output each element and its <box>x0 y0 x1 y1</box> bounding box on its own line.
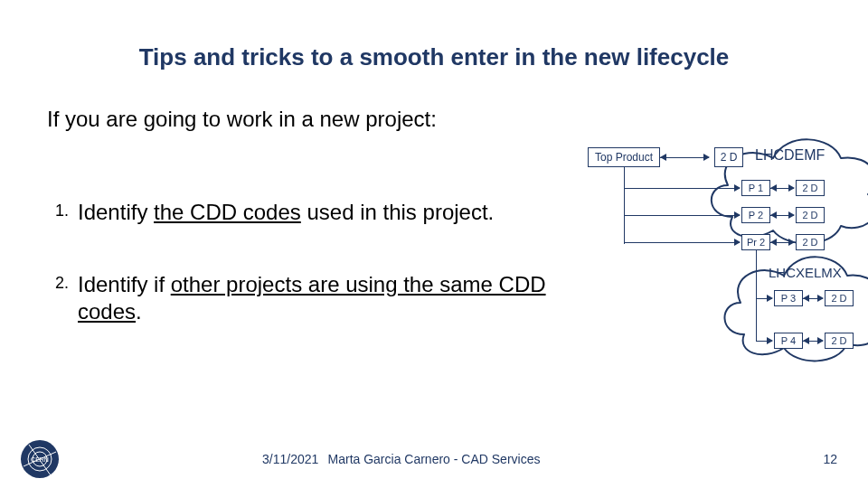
diagram: Top Product 2 D LHCDEMF P 1 2 D P 2 2 D … <box>579 140 859 393</box>
arrowhead-icon <box>803 337 809 344</box>
box-pr2: Pr 2 <box>741 234 770 250</box>
arrowhead-icon <box>734 184 741 192</box>
box-2d-p2: 2 D <box>796 207 825 223</box>
box-p2: P 2 <box>741 207 770 223</box>
arrowhead-icon <box>703 154 710 161</box>
arrowhead-icon <box>817 337 824 344</box>
arrowhead-icon <box>734 211 741 219</box>
arrowhead-icon <box>770 239 777 246</box>
text-pre: Identify <box>78 200 154 224</box>
box-2d-p4: 2 D <box>825 333 854 349</box>
slide: Tips and tricks to a smooth enter in the… <box>0 0 868 488</box>
arrowhead-icon <box>767 337 773 344</box>
text-pre: Identify if <box>78 272 171 296</box>
text-underline: the CDD codes <box>154 200 301 224</box>
label-lhcxelmx: LHCXELMX <box>769 265 842 280</box>
footer-page: 12 <box>823 452 837 466</box>
list-item: 1. Identify the CDD codes used in this p… <box>49 199 555 226</box>
list-item: 2. Identify if other projects are using … <box>49 271 555 325</box>
list-text: Identify the CDD codes used in this proj… <box>78 199 494 226</box>
footer-author: Marta Garcia Carnero - CAD Services <box>0 452 868 466</box>
arrowhead-icon <box>734 239 741 246</box>
step-list: 1. Identify the CDD codes used in this p… <box>49 199 555 371</box>
list-number: 1. <box>49 199 69 221</box>
label-lhcdemf: LHCDEMF <box>755 147 825 164</box>
list-text: Identify if other projects are using the… <box>78 271 555 325</box>
box-2d-p1: 2 D <box>796 180 825 196</box>
list-number: 2. <box>49 271 69 293</box>
connector <box>624 167 625 244</box>
intro-text: If you are going to work in a new projec… <box>47 107 437 132</box>
box-p1: P 1 <box>741 180 770 196</box>
box-p4: P 4 <box>774 333 803 349</box>
arrowhead-icon <box>788 239 795 246</box>
arrowhead-icon <box>788 211 795 219</box>
box-top-product: Top Product <box>588 147 660 167</box>
box-2d-top: 2 D <box>714 147 743 167</box>
box-2d-pr2: 2 D <box>796 234 825 250</box>
slide-title: Tips and tricks to a smooth enter in the… <box>0 43 868 71</box>
arrowhead-icon <box>803 295 809 302</box>
connector <box>624 215 740 216</box>
box-p3: P 3 <box>774 290 803 306</box>
text-post: used in this project. <box>301 200 494 224</box>
arrowhead-icon <box>770 184 777 192</box>
connector <box>756 250 757 341</box>
arrowhead-icon <box>817 295 824 302</box>
arrowhead-icon <box>660 154 666 161</box>
connector <box>624 242 740 243</box>
box-2d-p3: 2 D <box>825 290 854 306</box>
connector <box>660 157 709 158</box>
text-post: . <box>136 299 142 324</box>
arrowhead-icon <box>767 295 773 302</box>
arrowhead-icon <box>770 211 777 219</box>
connector <box>624 188 740 189</box>
arrowhead-icon <box>788 184 795 192</box>
